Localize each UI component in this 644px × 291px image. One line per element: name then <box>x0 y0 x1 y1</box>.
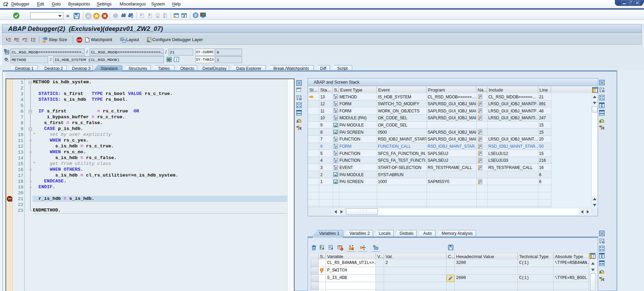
svg-text:?: ? <box>195 13 197 18</box>
svg-text:STOP: STOP <box>77 39 82 41</box>
svg-text:«: « <box>87 14 90 19</box>
